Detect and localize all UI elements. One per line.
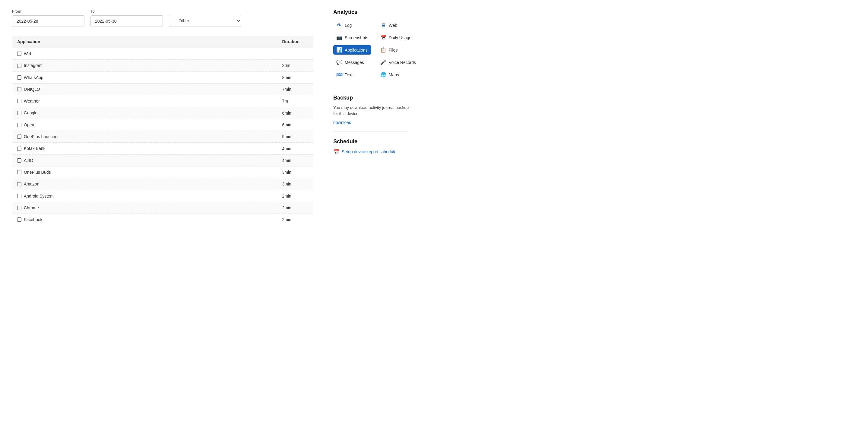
table-row: Opera 6min xyxy=(12,119,314,131)
table-row: Instagram 36m xyxy=(12,60,314,71)
table-row: Google 6min xyxy=(12,107,314,119)
app-icon xyxy=(17,147,22,151)
app-name-cell: Google xyxy=(12,107,277,119)
sidebar-item-label: Messages xyxy=(345,60,364,65)
backup-download-link[interactable]: download xyxy=(333,120,351,125)
app-icon xyxy=(17,194,22,198)
sidebar-item-label: Voice Records xyxy=(389,60,416,65)
messages-icon: 💬 xyxy=(336,59,342,65)
app-icon xyxy=(17,182,22,186)
applications-icon: 📊 xyxy=(336,47,342,53)
app-name-cell: OnePlus Launcher xyxy=(12,131,277,143)
app-icon xyxy=(17,217,22,222)
table-row: OnePlus Launcher 5min xyxy=(12,131,314,143)
app-name-cell: Chrome xyxy=(12,202,277,214)
app-icon xyxy=(17,75,22,80)
sidebar-item-text[interactable]: ⌨ Text xyxy=(333,70,371,79)
app-icon xyxy=(17,123,22,127)
divider-1 xyxy=(333,88,409,88)
calendar-icon: 📅 xyxy=(333,149,339,155)
app-name-cell: OnePlus Buds xyxy=(12,166,277,178)
app-name-cell: Instagram xyxy=(12,60,277,71)
app-duration-cell: 6min xyxy=(277,107,314,119)
maps-icon: 🌐 xyxy=(380,72,386,78)
app-name-cell: Opera xyxy=(12,119,277,131)
app-duration-cell: 2min xyxy=(277,190,314,202)
app-icon xyxy=(17,111,22,115)
sidebar-item-messages[interactable]: 💬 Messages xyxy=(333,58,371,67)
sidebar-item-web[interactable]: 🖥 Web xyxy=(377,21,419,30)
filters-bar: From To -- Other -- xyxy=(12,9,314,27)
table-row: Web xyxy=(12,48,314,60)
log-icon: 👁 xyxy=(336,23,342,28)
app-name-cell: Weather xyxy=(12,95,277,107)
app-duration-cell: 7min xyxy=(277,83,314,95)
voice-records-icon: 🎤 xyxy=(380,59,386,65)
text-icon: ⌨ xyxy=(336,72,342,78)
table-row: Facebook 2min xyxy=(12,214,314,225)
files-icon: 📋 xyxy=(380,47,386,53)
app-icon xyxy=(17,52,22,56)
to-filter-group: To xyxy=(91,9,163,27)
app-name-cell: Kotak Bank xyxy=(12,143,277,154)
app-icon xyxy=(17,87,22,91)
to-input[interactable] xyxy=(91,16,163,27)
table-row: Chrome 2min xyxy=(12,202,314,214)
sidebar-item-label: Log xyxy=(345,23,352,28)
daily-usage-icon: 📅 xyxy=(380,35,386,40)
app-duration-cell: 2min xyxy=(277,214,314,225)
app-duration-cell: 4min xyxy=(277,154,314,166)
other-filter-group: -- Other -- xyxy=(169,15,241,27)
sidebar-item-log[interactable]: 👁 Log xyxy=(333,21,371,30)
other-select[interactable]: -- Other -- xyxy=(169,15,241,27)
app-name-cell: Android System xyxy=(12,190,277,202)
app-duration-cell: 5min xyxy=(277,131,314,143)
app-duration-cell xyxy=(277,48,314,60)
app-name-cell: WhatsApp xyxy=(12,71,277,83)
table-row: Kotak Bank 4min xyxy=(12,143,314,154)
schedule-link[interactable]: 📅 Setup device report schedule. xyxy=(333,149,409,155)
to-label: To xyxy=(91,9,163,13)
sidebar-item-screenshots[interactable]: 📷 Screenshots xyxy=(333,33,371,42)
table-row: Android System 2min xyxy=(12,190,314,202)
sidebar: Analytics 👁 Log 🖥 Web 📷 Screenshots 📅 Da… xyxy=(326,0,416,431)
app-name-cell: AJIO xyxy=(12,154,277,166)
app-duration-cell: 8min xyxy=(277,71,314,83)
sidebar-item-label: Maps xyxy=(389,72,399,77)
from-input[interactable] xyxy=(12,16,85,27)
app-icon xyxy=(17,134,22,139)
app-icon xyxy=(17,206,22,210)
sidebar-item-maps[interactable]: 🌐 Maps xyxy=(377,70,419,79)
sidebar-item-applications[interactable]: 📊 Applications xyxy=(333,45,371,55)
sidebar-item-label: Text xyxy=(345,72,352,77)
app-icon xyxy=(17,170,22,174)
app-duration-cell: 7m xyxy=(277,95,314,107)
analytics-title: Analytics xyxy=(333,9,409,16)
sidebar-item-daily-usage[interactable]: 📅 Daily Usage xyxy=(377,33,419,42)
backup-text: You may download activity journal backup… xyxy=(333,105,409,117)
col-duration: Duration xyxy=(277,36,314,48)
app-icon xyxy=(17,64,22,68)
table-row: WhatsApp 8min xyxy=(12,71,314,83)
web-icon: 🖥 xyxy=(380,23,386,28)
app-duration-cell: 3min xyxy=(277,166,314,178)
app-duration-cell: 2min xyxy=(277,202,314,214)
table-header-row: Application Duration xyxy=(12,36,314,48)
sidebar-item-voice-records[interactable]: 🎤 Voice Records xyxy=(377,58,419,67)
app-name-cell: Amazon xyxy=(12,178,277,190)
table-row: OnePlus Buds 3min xyxy=(12,166,314,178)
schedule-title: Schedule xyxy=(333,138,409,145)
analytics-nav-grid: 👁 Log 🖥 Web 📷 Screenshots 📅 Daily Usage … xyxy=(333,21,409,79)
app-icon xyxy=(17,158,22,162)
table-row: Weather 7m xyxy=(12,95,314,107)
app-icon xyxy=(17,99,22,103)
app-name-cell: UNIQLO xyxy=(12,83,277,95)
table-row: AJIO 4min xyxy=(12,154,314,166)
screenshots-icon: 📷 xyxy=(336,35,342,40)
sidebar-item-label: Daily Usage xyxy=(389,35,411,40)
col-application: Application xyxy=(12,36,277,48)
app-duration-cell: 6min xyxy=(277,119,314,131)
app-duration-cell: 36m xyxy=(277,60,314,71)
sidebar-item-files[interactable]: 📋 Files xyxy=(377,45,419,55)
schedule-link-label: Setup device report schedule. xyxy=(342,149,398,154)
